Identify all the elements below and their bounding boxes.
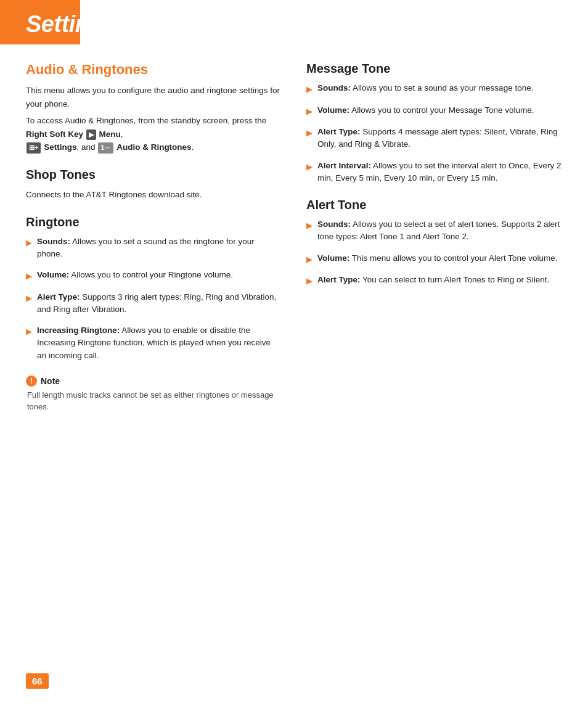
note-label: Note [41,376,60,386]
shop-tones-desc: Connects to the AT&T Ringtones download … [26,188,282,202]
audio-ringtones-section: Audio & Ringtones This menu allows you t… [26,62,282,154]
left-column: Audio & Ringtones This menu allows you t… [26,62,282,423]
bullet-arrow-icon: ▶ [306,275,312,287]
bullet-arrow-icon: ▶ [306,161,312,173]
ringtone-section: Ringtone ▶ Sounds: Allows you to set a s… [26,215,282,362]
list-item: ▶ Sounds: Allows you to set a sound as t… [26,236,282,261]
right-column: Message Tone ▶ Sounds: Allows you to set… [306,62,562,423]
message-tone-title: Message Tone [306,62,562,76]
bullet-arrow-icon: ▶ [26,292,32,305]
audio-ringtones-title: Audio & Ringtones [26,62,282,78]
shop-tones-section: Shop Tones Connects to the AT&T Ringtone… [26,168,282,202]
settings-icon: ⊞+ [27,142,41,153]
bullet-arrow-icon: ▶ [306,127,312,139]
list-item: ▶ Volume: Allows you to control your Rin… [26,269,282,282]
message-tone-list: ▶ Sounds: Allows you to set a sound as y… [306,82,562,184]
bullet-text: Alert Interval: Allows you to set the in… [317,160,562,185]
bullet-text: Alert Type: You can select to turn Alert… [317,274,549,286]
note-block: ! Note Full length music tracks cannot b… [26,376,282,413]
audio-desc-2: To access Audio & Ringtones, from the st… [26,114,282,154]
list-item: ▶ Alert Type: You can select to turn Ale… [306,274,562,287]
ringtone-title: Ringtone [26,215,282,229]
list-item: ▶ Sounds: Allows you to set a sound as y… [306,82,562,96]
alert-tone-list: ▶ Sounds: Allows you to select a set of … [306,218,562,287]
note-text: Full length music tracks cannot be set a… [27,389,282,413]
list-item: ▶ Volume: This menu allows you to contro… [306,252,562,266]
bullet-text: Sounds: Allows you to set a sound as the… [37,236,282,261]
bullet-text: Alert Type: Supports 3 ring alert types:… [37,291,282,316]
note-icon: ! [26,376,37,387]
list-item: ▶ Alert Type: Supports 4 message alert t… [306,126,562,151]
alert-tone-title: Alert Tone [306,198,562,212]
bullet-text: Volume: This menu allows you to control … [317,252,557,265]
bullet-text: Volume: Allows you to control your Messa… [317,104,534,117]
shop-tones-title: Shop Tones [26,168,282,182]
bullet-text: Sounds: Allows you to set a sound as you… [317,82,533,94]
bullet-text: Sounds: Allows you to select a set of al… [317,218,562,244]
bullet-text: Alert Type: Supports 4 message alert typ… [317,126,562,151]
main-content: Audio & Ringtones This menu allows you t… [26,62,562,423]
note-title: ! Note [26,376,282,387]
alert-tone-section: Alert Tone ▶ Sounds: Allows you to selec… [306,198,562,287]
bullet-text: Volume: Allows you to control your Ringt… [37,269,233,281]
page-number: 66 [26,673,49,689]
list-item: ▶ Volume: Allows you to control your Mes… [306,104,562,118]
list-item: ▶ Sounds: Allows you to select a set of … [306,218,562,244]
list-item: ▶ Alert Type: Supports 3 ring alert type… [26,291,282,316]
bullet-arrow-icon: ▶ [306,220,312,232]
page-title: Settings [26,11,116,38]
bullet-arrow-icon: ▶ [306,83,312,96]
message-tone-section: Message Tone ▶ Sounds: Allows you to set… [306,62,562,184]
bullet-arrow-icon: ▶ [306,253,312,266]
audio-icon: 1↔ [98,142,113,153]
ringtone-list: ▶ Sounds: Allows you to set a sound as t… [26,236,282,362]
bullet-arrow-icon: ▶ [306,105,312,118]
right-soft-key-icon: ▶ [86,129,96,140]
bullet-text: Increasing Ringtone: Allows you to enabl… [37,324,282,362]
bullet-arrow-icon: ▶ [26,237,32,249]
bullet-arrow-icon: ▶ [26,326,32,338]
audio-desc-1: This menu allows you to configure the au… [26,84,282,110]
bullet-arrow-icon: ▶ [26,270,32,282]
list-item: ▶ Increasing Ringtone: Allows you to ena… [26,324,282,362]
list-item: ▶ Alert Interval: Allows you to set the … [306,160,562,185]
